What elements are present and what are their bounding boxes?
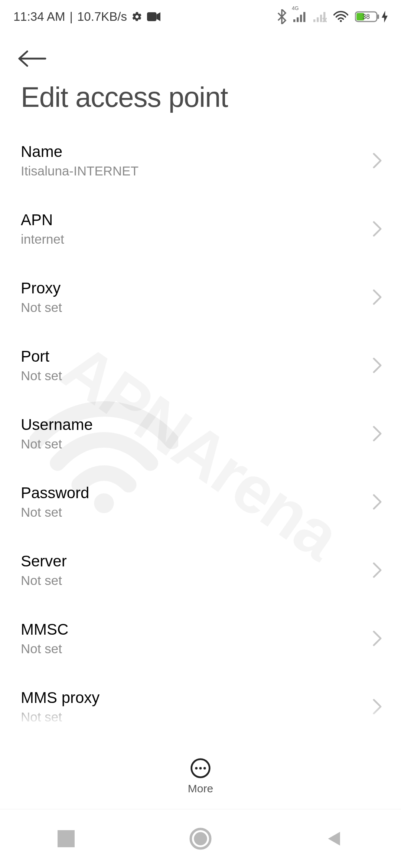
chevron-right-icon [372,357,382,374]
chevron-right-icon [372,425,382,442]
chevron-right-icon [372,630,382,647]
android-nav-bar [0,809,401,868]
status-rate: 10.7KB/s [77,10,127,24]
chevron-right-icon [372,698,382,715]
svg-rect-5 [313,19,315,22]
row-label: Server [21,552,67,570]
settings-row-username[interactable]: UsernameNot set [0,400,401,468]
row-label: Password [21,484,89,502]
row-text: MMS proxyNot set [21,689,100,724]
settings-row-password[interactable]: PasswordNot set [0,468,401,537]
row-value: Not set [21,368,62,383]
svg-rect-11 [377,14,379,19]
status-right: 4G 38 [277,9,388,24]
row-value: Itisaluna-INTERNET [21,164,138,178]
settings-row-mms-proxy[interactable]: MMS proxyNot set [0,673,401,742]
settings-row-proxy[interactable]: ProxyNot set [0,264,401,332]
signal-nosim-icon [313,11,327,22]
row-value: Not set [21,505,89,520]
svg-point-16 [199,767,202,769]
camera-icon [147,12,160,22]
svg-rect-7 [320,15,322,22]
row-label: MMS proxy [21,689,100,707]
status-sep: | [69,10,73,24]
gear-icon [131,11,143,22]
header-bar [0,33,401,72]
row-text: APNinternet [21,211,64,247]
row-value: Not set [21,437,93,451]
nav-back-button[interactable] [326,830,343,847]
row-value: Not set [21,641,68,656]
status-time: 11:34 AM [13,10,65,24]
settings-row-mmsc[interactable]: MMSCNot set [0,605,401,673]
chevron-right-icon [372,152,382,169]
row-label: Name [21,143,138,161]
row-label: Username [21,416,93,434]
bluetooth-icon [277,9,287,24]
settings-row-port[interactable]: PortNot set [0,332,401,400]
settings-row-server[interactable]: ServerNot set [0,537,401,605]
row-value: Not set [21,300,62,315]
svg-point-15 [195,767,198,769]
svg-rect-4 [303,12,305,22]
svg-rect-3 [300,15,302,22]
signal-4g-icon: 4G [293,11,307,22]
settings-list: NameItisaluna-INTERNETAPNinternetProxyNo… [0,127,401,742]
svg-rect-6 [317,17,319,22]
row-label: APN [21,211,64,229]
charging-icon [382,11,388,23]
row-text: UsernameNot set [21,416,93,451]
svg-rect-1 [293,19,295,22]
page-title: Edit access point [0,72,401,127]
nav-home-button[interactable] [189,828,212,850]
settings-row-apn[interactable]: APNinternet [0,195,401,264]
more-label: More [188,782,213,795]
svg-point-9 [340,20,342,22]
svg-rect-2 [297,17,299,22]
status-left: 11:34 AM | 10.7KB/s [13,10,160,24]
svg-point-20 [194,832,207,845]
row-text: NameItisaluna-INTERNET [21,143,138,178]
settings-row-name[interactable]: NameItisaluna-INTERNET [0,127,401,195]
row-text: MMSCNot set [21,621,68,656]
row-text: ServerNot set [21,552,67,588]
row-value: internet [21,232,64,247]
chevron-right-icon [372,562,382,578]
more-bar: More [0,743,401,809]
chevron-right-icon [372,494,382,510]
chevron-right-icon [372,289,382,305]
row-label: Proxy [21,279,62,297]
battery-icon: 38 [355,11,388,23]
row-text: PortNot set [21,348,62,383]
row-text: ProxyNot set [21,279,62,315]
row-label: Port [21,348,62,365]
wifi-icon [333,11,348,23]
chevron-right-icon [372,221,382,237]
battery-text: 38 [362,13,370,20]
row-value: Not set [21,573,67,588]
back-button[interactable] [18,49,383,68]
svg-rect-0 [147,12,157,21]
row-value: Not set [21,710,100,724]
nav-recent-button[interactable] [58,830,75,847]
row-text: PasswordNot set [21,484,89,520]
svg-rect-18 [58,830,75,847]
svg-point-17 [203,767,206,769]
status-bar: 11:34 AM | 10.7KB/s 4G 38 [0,0,401,33]
row-label: MMSC [21,621,68,638]
more-button[interactable] [189,757,212,779]
